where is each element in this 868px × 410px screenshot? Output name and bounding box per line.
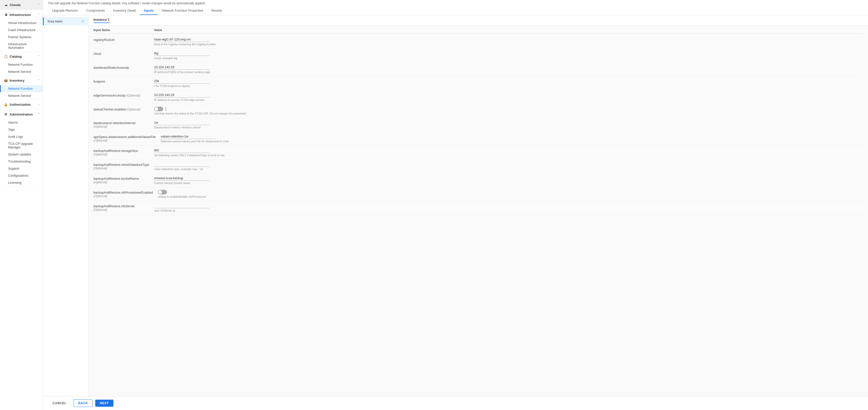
field-value-container-backupAndRestoreMinioDatastoreType: minio datastore type, example 'nas', 's3… <box>154 162 863 171</box>
sidebar-item-tags[interactable]: Tags <box>0 126 43 133</box>
toggle-backupAndRestoreNfsProvisionerEnabled[interactable] <box>158 190 167 195</box>
admin-icon: ⚙ <box>3 112 8 117</box>
sidebar-item-tca-cp-upgrade[interactable]: TCA-CP Upgrade Manager <box>0 140 43 151</box>
sidebar-section-label-authorization: Authorization <box>9 102 31 107</box>
field-desc-dashboardStaticAccessIp: IP address/FQDN of the product landing p… <box>154 70 863 74</box>
form-rows-container: registryRootUrlRoot of the registry cont… <box>93 35 863 215</box>
sidebar-item-audit-logs[interactable]: Audit Logs <box>0 133 43 140</box>
input-dashboardStaticAccessIp[interactable] <box>154 65 210 70</box>
toggle-wrap-backupAndRestoreNfsProvisionerEnabled <box>158 190 863 195</box>
sidebar-item-partner-systems[interactable]: Partner Systems <box>0 34 43 41</box>
instance-tab-label: Instance 1 <box>93 18 110 23</box>
form-row-appSpecsElasticsearchAdditionalValuesFile: appSpecs.elasticsearch.additionalValuesF… <box>93 132 863 146</box>
tab-review[interactable]: Review <box>207 6 226 15</box>
sidebar-item-catalog-network-function[interactable]: Network Function <box>0 61 43 68</box>
chevron-infrastructure: ˅ <box>38 13 39 16</box>
form-table: Input Name Value registryRootUrlRoot of … <box>88 26 868 220</box>
sidebar-item-support[interactable]: Support <box>0 165 43 172</box>
field-value-container-dashboardStaticAccessIp: IP address/FQDN of the product landing p… <box>154 65 863 74</box>
field-name-appSpecsElasticsearchAdditionalValuesFile: appSpecs.elasticsearch.additionalValuesF… <box>93 134 161 142</box>
form-row-backupAndRestoreNfsServer: backupAndRestore.nfsServer (Optional)you… <box>93 201 863 215</box>
sidebar-item-alarms[interactable]: Alarms <box>0 119 43 126</box>
sidebar-group-authorization: 🔒 Authorization › <box>0 99 43 110</box>
lock-icon: 🔒 <box>3 102 8 107</box>
field-desc-backupAndRestoreMinioDatastoreType: minio datastore type, example 'nas', 's3… <box>154 168 863 171</box>
sidebar-item-configurations[interactable]: Configurations <box>0 172 43 179</box>
sidebar-section-label-catalog: Catalog <box>9 55 22 58</box>
cursor-statusCheckerEnabled <box>166 107 166 111</box>
cloud-icon: ☁ <box>3 2 8 7</box>
toggle-statusCheckerEnabled[interactable] <box>154 107 163 111</box>
tab-upgrade-revision[interactable]: Upgrade Revision <box>48 6 82 15</box>
sidebar-header-authorization[interactable]: 🔒 Authorization › <box>0 99 43 109</box>
form-row-backupAndRestoreNfsProvisionerEnabled: backupAndRestore.nfsProvisionerEnabled (… <box>93 187 863 201</box>
input-backupAndRestoreStorageSize[interactable] <box>154 148 210 153</box>
input-backupAndRestoreMinioDatastoreType[interactable] <box>154 162 210 167</box>
form-row-dashboardStaticAccessIp: dashboardStaticAccessIpIP address/FQDN o… <box>93 62 863 76</box>
sidebar-section-label-administration: Administration <box>9 113 33 116</box>
form-row-cloud: cloudcloud, example tkg <box>93 49 863 62</box>
form-header-row: Input Name Value <box>93 26 863 34</box>
input-footprint[interactable] <box>154 79 210 84</box>
sidebar-item-infrastructure-automation[interactable]: Infrastructure Automation <box>0 41 43 51</box>
sidebar-item-troubleshooting[interactable]: Troubleshooting <box>0 158 43 165</box>
sidebar-group-infrastructure: 🖥 Infrastructure ˅ Virtual Infrastructur… <box>0 10 43 52</box>
field-desc-statusCheckerEnabled: Job that checks the status of the TCSA C… <box>154 112 863 115</box>
tab-components[interactable]: Components <box>82 6 109 15</box>
catalog-icon: 📋 <box>3 54 8 59</box>
input-backupAndRestoreNfsServer[interactable] <box>154 204 210 208</box>
content-area: Tcsa Helm ✓ Instance 1 Input Name Value … <box>43 15 868 396</box>
input-backupAndRestoreBucketName[interactable] <box>154 176 210 181</box>
sidebar-header-infrastructure[interactable]: 🖥 Infrastructure ˅ <box>0 10 43 20</box>
cancel-button[interactable]: CANCEL <box>48 400 71 407</box>
field-value-container-backupAndRestoreNfsProvisionerEnabled: setting to enable/disable nfsProvisioner <box>158 190 863 198</box>
field-name-backupAndRestoreStorageSize: backupAndRestore.storageSize (Optional) <box>93 148 154 156</box>
sidebar-header-inventory[interactable]: 📦 Inventory ˅ <box>0 76 43 85</box>
sidebar-header-catalog[interactable]: 📋 Catalog ˅ <box>0 52 43 61</box>
field-name-backupAndRestoreNfsServer: backupAndRestore.nfsServer (Optional) <box>93 204 154 211</box>
sidebar-item-catalog-network-service[interactable]: Network Service <box>0 68 43 75</box>
tab-inventory-detail[interactable]: Inventory Detail <box>109 6 140 15</box>
form-row-backupAndRestoreBucketName: backupAndRestore.bucketName (Optional)Cu… <box>93 173 863 187</box>
sidebar-section-label-clouds: Clouds <box>9 3 21 7</box>
input-registryRootUrl[interactable] <box>154 37 210 42</box>
top-description: This will upgrade the Network Function c… <box>48 1 863 6</box>
sidebar-header-clouds[interactable]: ☁ Clouds ˅ <box>0 0 43 9</box>
back-button[interactable]: BACK <box>73 400 93 407</box>
sidebar: ☁ Clouds ˅ 🖥 Infrastructure ˅ Virtual In… <box>0 0 43 410</box>
instance-tab-header: Instance 1 <box>88 15 868 26</box>
field-value-container-elasticsearchRetentionInterval: Elasticsearch metrics retention period <box>154 120 863 129</box>
tab-inputs[interactable]: Inputs <box>140 6 158 15</box>
sidebar-item-inventory-network-function[interactable]: Network Function <box>0 85 43 92</box>
form-row-footprint: footprintThe TCSA footprint to deploy <box>93 76 863 90</box>
instance-item-tcsa-helm[interactable]: Tcsa Helm ✓ <box>43 17 88 25</box>
field-desc-appSpecsElasticsearchAdditionalValuesFile: Retention period values.yaml file for el… <box>161 140 863 143</box>
field-name-dashboardStaticAccessIp: dashboardStaticAccessIp <box>93 65 154 69</box>
instance-panel: Tcsa Helm ✓ <box>43 15 88 396</box>
next-button[interactable]: NEXT <box>95 400 113 407</box>
sidebar-item-virtual-infrastructure[interactable]: Virtual Infrastructure <box>0 20 43 27</box>
sidebar-item-system-updates[interactable]: System Updates <box>0 151 43 158</box>
chevron-authorization: › <box>38 103 39 106</box>
sidebar-header-administration[interactable]: ⚙ Administration ˅ <box>0 110 43 119</box>
input-edgeServicesAccessIp[interactable] <box>154 93 210 97</box>
input-cloud[interactable] <box>154 51 210 56</box>
sidebar-item-licensing[interactable]: Licensing <box>0 179 43 186</box>
sidebar-item-caas-infrastructure[interactable]: CaaS Infrastructure <box>0 27 43 34</box>
input-appSpecsElasticsearchAdditionalValuesFile[interactable] <box>161 134 216 139</box>
header-input-name: Input Name <box>93 28 154 32</box>
field-value-container-footprint: The TCSA footprint to deploy <box>154 79 863 87</box>
field-value-container-backupAndRestoreBucketName: Custom backup bucket name <box>154 176 863 184</box>
tabs: Upgrade RevisionComponentsInventory Deta… <box>48 6 863 15</box>
field-value-container-backupAndRestoreNfsServer: your nfsServer ip <box>154 204 863 212</box>
field-name-registryRootUrl: registryRootUrl <box>93 37 154 42</box>
field-value-container-registryRootUrl: Root of the registry containing the imgp… <box>154 37 863 46</box>
input-elasticsearchRetentionInterval[interactable] <box>154 120 210 125</box>
form-row-statusCheckerEnabled: statusChecker.enabled (Optional)Job that… <box>93 104 863 118</box>
sidebar-section-label-inventory: Inventory <box>9 79 25 82</box>
tab-nf-properties[interactable]: Network Function Properties <box>158 6 207 15</box>
field-desc-backupAndRestoreBucketName: Custom backup bucket name <box>154 181 863 184</box>
sidebar-item-inventory-network-service[interactable]: Network Service <box>0 92 43 99</box>
toggle-knob-backupAndRestoreNfsProvisionerEnabled <box>158 191 162 194</box>
field-name-footprint: footprint <box>93 79 154 83</box>
